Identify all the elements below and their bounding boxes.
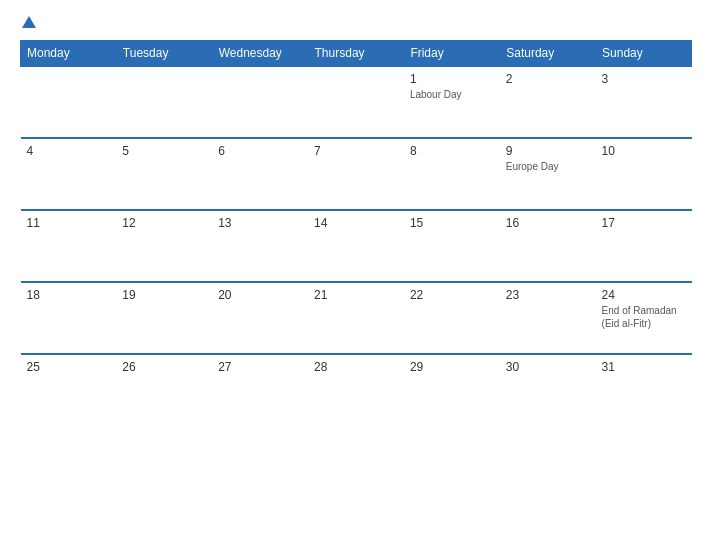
day-number: 12 xyxy=(122,216,206,230)
calendar-cell xyxy=(212,66,308,138)
day-number: 22 xyxy=(410,288,494,302)
calendar-week-row: 456789Europe Day10 xyxy=(21,138,692,210)
day-number: 3 xyxy=(602,72,686,86)
calendar-cell: 28 xyxy=(308,354,404,426)
calendar-cell: 8 xyxy=(404,138,500,210)
day-number: 13 xyxy=(218,216,302,230)
day-of-week-header: Wednesday xyxy=(212,41,308,67)
calendar-cell: 7 xyxy=(308,138,404,210)
day-number: 31 xyxy=(602,360,686,374)
calendar-week-row: 18192021222324End of Ramadan (Eid al-Fit… xyxy=(21,282,692,354)
calendar-cell: 30 xyxy=(500,354,596,426)
logo-triangle-icon xyxy=(22,16,36,28)
header xyxy=(20,18,692,30)
calendar-cell: 21 xyxy=(308,282,404,354)
calendar-cell: 22 xyxy=(404,282,500,354)
day-number: 4 xyxy=(27,144,111,158)
holiday-label: Labour Day xyxy=(410,88,494,101)
day-number: 8 xyxy=(410,144,494,158)
day-number: 28 xyxy=(314,360,398,374)
calendar-cell xyxy=(308,66,404,138)
calendar-week-row: 25262728293031 xyxy=(21,354,692,426)
calendar-cell: 12 xyxy=(116,210,212,282)
holiday-label: Europe Day xyxy=(506,160,590,173)
day-number: 21 xyxy=(314,288,398,302)
day-number: 5 xyxy=(122,144,206,158)
calendar-week-row: 1Labour Day23 xyxy=(21,66,692,138)
day-number: 19 xyxy=(122,288,206,302)
page: MondayTuesdayWednesdayThursdayFridaySatu… xyxy=(0,0,712,550)
calendar-cell: 18 xyxy=(21,282,117,354)
day-of-week-header: Monday xyxy=(21,41,117,67)
calendar-cell: 14 xyxy=(308,210,404,282)
calendar-body: 1Labour Day23456789Europe Day10111213141… xyxy=(21,66,692,426)
day-number: 24 xyxy=(602,288,686,302)
day-number: 9 xyxy=(506,144,590,158)
day-number: 10 xyxy=(602,144,686,158)
day-number: 23 xyxy=(506,288,590,302)
calendar-cell: 19 xyxy=(116,282,212,354)
day-of-week-header: Tuesday xyxy=(116,41,212,67)
days-of-week-row: MondayTuesdayWednesdayThursdayFridaySatu… xyxy=(21,41,692,67)
day-number: 2 xyxy=(506,72,590,86)
calendar-cell: 31 xyxy=(596,354,692,426)
calendar-cell: 16 xyxy=(500,210,596,282)
day-number: 14 xyxy=(314,216,398,230)
calendar-cell xyxy=(116,66,212,138)
calendar-cell: 6 xyxy=(212,138,308,210)
day-number: 16 xyxy=(506,216,590,230)
calendar-cell: 9Europe Day xyxy=(500,138,596,210)
calendar-cell: 13 xyxy=(212,210,308,282)
holiday-label: End of Ramadan (Eid al-Fitr) xyxy=(602,304,686,330)
day-of-week-header: Sunday xyxy=(596,41,692,67)
calendar-cell: 11 xyxy=(21,210,117,282)
day-number: 27 xyxy=(218,360,302,374)
day-number: 18 xyxy=(27,288,111,302)
day-number: 15 xyxy=(410,216,494,230)
day-of-week-header: Saturday xyxy=(500,41,596,67)
calendar-cell: 29 xyxy=(404,354,500,426)
calendar-cell: 2 xyxy=(500,66,596,138)
calendar-cell: 26 xyxy=(116,354,212,426)
logo xyxy=(20,18,36,30)
calendar-cell: 10 xyxy=(596,138,692,210)
day-number: 17 xyxy=(602,216,686,230)
calendar-cell: 17 xyxy=(596,210,692,282)
calendar-cell: 24End of Ramadan (Eid al-Fitr) xyxy=(596,282,692,354)
day-number: 29 xyxy=(410,360,494,374)
calendar-cell: 1Labour Day xyxy=(404,66,500,138)
day-number: 26 xyxy=(122,360,206,374)
calendar-cell: 20 xyxy=(212,282,308,354)
calendar-cell: 5 xyxy=(116,138,212,210)
calendar-cell: 23 xyxy=(500,282,596,354)
calendar-cell xyxy=(21,66,117,138)
calendar-cell: 4 xyxy=(21,138,117,210)
day-of-week-header: Thursday xyxy=(308,41,404,67)
calendar-cell: 15 xyxy=(404,210,500,282)
day-number: 30 xyxy=(506,360,590,374)
calendar-cell: 27 xyxy=(212,354,308,426)
calendar-cell: 3 xyxy=(596,66,692,138)
day-of-week-header: Friday xyxy=(404,41,500,67)
day-number: 20 xyxy=(218,288,302,302)
day-number: 7 xyxy=(314,144,398,158)
day-number: 25 xyxy=(27,360,111,374)
calendar-table: MondayTuesdayWednesdayThursdayFridaySatu… xyxy=(20,40,692,426)
calendar-cell: 25 xyxy=(21,354,117,426)
day-number: 11 xyxy=(27,216,111,230)
calendar-header: MondayTuesdayWednesdayThursdayFridaySatu… xyxy=(21,41,692,67)
day-number: 6 xyxy=(218,144,302,158)
day-number: 1 xyxy=(410,72,494,86)
calendar-week-row: 11121314151617 xyxy=(21,210,692,282)
